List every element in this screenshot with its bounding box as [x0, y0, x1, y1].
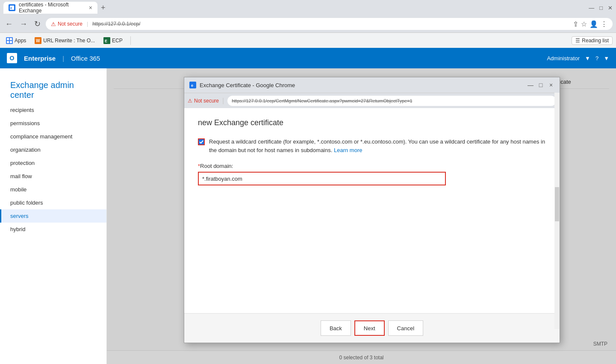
popup-url-text: https://127.0.0.1/ecp/CertMgmt/NewCertif… [232, 98, 413, 103]
exchange-admin-title: Exchange admin center [0, 73, 106, 103]
toolbar-separator [130, 36, 131, 45]
bookmark-apps-label: Apps [15, 38, 26, 44]
cancel-button[interactable]: Cancel [388, 320, 423, 336]
sidebar-item-servers[interactable]: servers [0, 209, 106, 223]
window-controls: — □ ✕ [247, 5, 613, 11]
app-body: Exchange admin center recipients permiss… [0, 68, 616, 364]
popup-favicon: e [189, 82, 196, 88]
popup-title-bar: e Exchange Certificate - Google Chrome —… [184, 77, 560, 93]
sidebar-item-hybrid[interactable]: hybrid [0, 223, 106, 236]
browser-title-bar: e certificates - Microsoft Exchange × + … [0, 0, 616, 15]
office-logo: O [7, 53, 17, 63]
popup-url-bar[interactable]: https://127.0.0.1/ecp/CertMgmt/NewCertif… [227, 96, 556, 106]
cert-form: new Exchange certificate Request a wildc… [184, 108, 560, 313]
maximize-icon[interactable]: □ [599, 5, 603, 11]
share-button[interactable]: ⇪ [573, 20, 578, 28]
close-window-icon[interactable]: ✕ [608, 5, 613, 11]
root-domain-label: *Root domain: [198, 163, 546, 169]
popup-win-controls: — □ × [527, 82, 554, 88]
app-header: O Enterprise | Office 365 Administrator … [0, 48, 616, 68]
required-asterisk: * [198, 163, 200, 169]
bookmark-url-rewrite-label: URL Rewrite : The O... [43, 38, 95, 44]
popup-warning-icon: ⚠ [188, 98, 192, 104]
header-right: Administrator ▼ ? ▼ [547, 55, 609, 62]
forward-button[interactable]: → [18, 19, 29, 29]
svg-rect-5 [7, 41, 9, 43]
sidebar-item-compliance[interactable]: compliance management [0, 130, 106, 143]
warning-icon: ⚠ [51, 21, 56, 27]
new-tab-button[interactable]: + [99, 3, 107, 12]
popup-footer: Back Next Cancel [184, 313, 560, 343]
tab-favicon: e [9, 4, 15, 11]
cert-form-title: new Exchange certificate [198, 118, 546, 127]
reading-list-icon: ☰ [575, 38, 580, 44]
back-button[interactable]: ← [3, 19, 15, 29]
sidebar-item-permissions[interactable]: permissions [0, 117, 106, 130]
next-button[interactable]: Next [354, 320, 385, 336]
menu-button[interactable]: ⋮ [601, 20, 607, 28]
root-domain-input[interactable] [198, 172, 446, 185]
popup-address-bar: ⚠ Not secure | https://127.0.0.1/ecp/Cer… [184, 93, 560, 108]
address-bar[interactable]: ⚠ Not secure | https://127.0.0.1/ecp/ ⇪ … [46, 18, 613, 30]
sidebar-item-mobile[interactable]: mobile [0, 183, 106, 196]
popup-minimize-button[interactable]: — [527, 82, 534, 88]
popup-not-secure: ⚠ Not secure [188, 98, 219, 104]
address-actions: ⇪ ☆ 👤 ⋮ [573, 20, 607, 28]
popup-address-separator: | [222, 97, 224, 105]
office365-label: Office 365 [71, 55, 100, 62]
back-button[interactable]: Back [321, 320, 351, 336]
sidebar-item-protection[interactable]: protection [0, 156, 106, 170]
dropdown-icon: ▼ [585, 55, 590, 62]
popup-title-text: Exchange Certificate - Google Chrome [200, 82, 527, 88]
admin-user-label[interactable]: Administrator [547, 55, 580, 62]
tab-close-button[interactable]: × [89, 4, 92, 11]
svg-text:e: e [191, 83, 193, 88]
svg-rect-4 [10, 38, 12, 40]
url-display: https://127.0.0.1/ecp/ [92, 21, 140, 27]
popup-scrollbar[interactable] [554, 93, 560, 329]
enterprise-label: Enterprise [24, 55, 56, 62]
sidebar: Exchange admin center recipients permiss… [0, 68, 107, 364]
checkbox-text: Request a wildcard certificate (for exam… [209, 138, 546, 154]
apps-bookmark-icon [6, 37, 13, 44]
minimize-icon[interactable]: — [589, 5, 594, 11]
tab-title: certificates - Microsoft Exchange [19, 2, 84, 14]
profile-button[interactable]: 👤 [589, 20, 598, 28]
url-rewrite-bookmark-icon: W [35, 37, 41, 44]
refresh-button[interactable]: ↻ [32, 18, 42, 29]
app-container: O Enterprise | Office 365 Administrator … [0, 48, 616, 364]
checkbox-row: Request a wildcard certificate (for exam… [198, 138, 546, 154]
help-dropdown-icon: ▼ [604, 55, 609, 62]
bookmarks-toolbar: Apps W URL Rewrite : The O... E ECP ☰ Re… [0, 32, 616, 48]
sidebar-item-mail-flow[interactable]: mail flow [0, 170, 106, 183]
not-secure-indicator: ⚠ Not secure [51, 21, 83, 27]
popup-window: e Exchange Certificate - Google Chrome —… [184, 77, 560, 343]
bookmark-ecp[interactable]: E ECP [101, 36, 125, 45]
svg-text:W: W [36, 38, 40, 43]
separator: | [87, 21, 88, 27]
wildcard-checkbox[interactable] [198, 138, 205, 145]
svg-rect-3 [7, 38, 9, 40]
header-separator: | [62, 55, 64, 62]
sidebar-item-public-folders[interactable]: public folders [0, 196, 106, 209]
scrollbar-thumb[interactable] [555, 187, 559, 221]
popup-close-button[interactable]: × [548, 82, 554, 88]
svg-text:E: E [105, 39, 107, 43]
bookmark-apps[interactable]: Apps [3, 36, 29, 45]
learn-more-link[interactable]: Learn more [334, 147, 362, 153]
sidebar-item-organization[interactable]: organization [0, 143, 106, 156]
reading-list-button[interactable]: ☰ Reading list [572, 36, 613, 45]
browser-tab[interactable]: e certificates - Microsoft Exchange × [3, 2, 97, 14]
popup-maximize-button[interactable]: □ [537, 82, 544, 88]
bookmark-button[interactable]: ☆ [581, 20, 587, 28]
svg-text:e: e [10, 6, 12, 10]
bookmark-ecp-label: ECP [112, 38, 123, 44]
reading-list-label: Reading list [582, 38, 609, 44]
browser-address-bar: ← → ↻ ⚠ Not secure | https://127.0.0.1/e… [0, 15, 616, 32]
sidebar-item-recipients[interactable]: recipients [0, 103, 106, 117]
ecp-bookmark-icon: E [103, 37, 110, 44]
svg-rect-6 [10, 41, 12, 43]
main-content: hange Server Auth Certificate e Exchange… [107, 68, 616, 364]
bookmark-url-rewrite[interactable]: W URL Rewrite : The O... [32, 36, 97, 45]
help-button[interactable]: ? [595, 55, 598, 62]
